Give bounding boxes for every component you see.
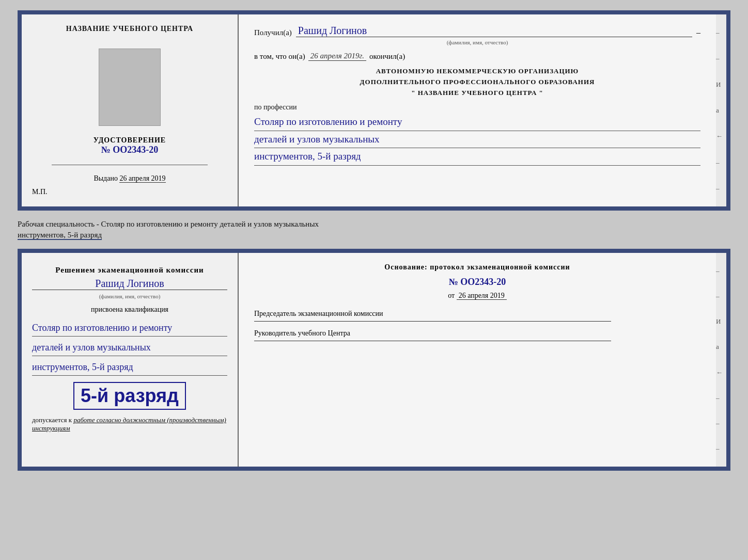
udostoverenie-number: № OO2343-20 bbox=[93, 145, 166, 155]
top-doc-right: Получил(а) Рашид Логинов – (фамилия, имя… bbox=[239, 14, 716, 206]
vydano-date: 26 апреля 2019 bbox=[119, 174, 165, 183]
profession-line2: деталей и узлов музыкальных bbox=[254, 131, 700, 149]
predsedatel-label: Председатель экзаменационной комиссии bbox=[254, 308, 700, 319]
okonchil-label: окончил(а) bbox=[369, 52, 405, 61]
top-document: НАЗВАНИЕ УЧЕБНОГО ЦЕНТРА УДОСТОВЕРЕНИЕ №… bbox=[18, 10, 730, 211]
bottom-profession-line1: Столяр по изготовлению и ремонту bbox=[32, 320, 227, 337]
bottom-profession-line2: деталей и узлов музыкальных bbox=[32, 340, 227, 356]
v-tom-line: в том, что он(а) 26 апреля 2019г. окончи… bbox=[254, 52, 700, 61]
between-text: Рабочая специальность - Столяр по изгото… bbox=[18, 220, 319, 228]
rukovoditel-label: Руководитель учебного Центра bbox=[254, 328, 700, 339]
vydano-block: Выдано 26 апреля 2019 bbox=[93, 174, 165, 183]
top-right-wrapper: Получил(а) Рашид Логинов – (фамилия, имя… bbox=[239, 14, 726, 206]
v-tom-date: 26 апреля 2019г. bbox=[308, 52, 366, 61]
org-line1: АВТОНОМНУЮ НЕКОММЕРЧЕСКУЮ ОРГАНИЗАЦИЮ bbox=[254, 66, 700, 77]
v-tom-label: в том, что он(а) bbox=[254, 52, 305, 61]
ot-date-block: от 26 апреля 2019 bbox=[254, 292, 700, 300]
dopuskaetsya-label: допускается к bbox=[32, 416, 72, 424]
bottom-profession-line3: инструментов, 5-й разряд bbox=[32, 359, 227, 376]
recipient-label: Получил(а) bbox=[254, 28, 292, 37]
predsedatel-line bbox=[254, 321, 611, 322]
razryad-big: 5-й разряд bbox=[73, 382, 186, 410]
bottom-doc-left: Решением экаменационной комиссии Рашид Л… bbox=[22, 253, 239, 467]
prisvoena-label: присвоена квалификация bbox=[91, 306, 168, 314]
bottom-fio-sub: (фамилия, имя, отчество) bbox=[99, 293, 161, 299]
right-side-dashes: – – И а ← – – bbox=[716, 14, 726, 206]
mp-block: М.П. bbox=[32, 188, 48, 196]
ot-label: от bbox=[448, 292, 455, 299]
bottom-right-side-dashes: – – И а ← – – – bbox=[716, 253, 726, 467]
bottom-name: Рашид Логинов bbox=[32, 278, 227, 290]
vydano-label: Выдано bbox=[93, 174, 118, 182]
profession-line3: инструментов, 5-й разряд bbox=[254, 148, 700, 166]
resheniem-label: Решением экаменационной комиссии bbox=[55, 266, 204, 275]
top-left-title: НАЗВАНИЕ УЧЕБНОГО ЦЕНТРА bbox=[66, 25, 193, 33]
fio-subtitle-top: (фамилия, имя, отчество) bbox=[254, 39, 700, 45]
rukovoditel-block: Руководитель учебного Центра bbox=[254, 328, 700, 341]
dash1: – bbox=[696, 28, 700, 37]
udostoverenie-block: УДОСТОВЕРЕНИЕ № OO2343-20 bbox=[93, 136, 166, 155]
between-text-underline: инструментов, 5-й разряд bbox=[18, 231, 102, 240]
bottom-right-wrapper: Основание: протокол экзаменационной коми… bbox=[239, 253, 726, 467]
profession-line1: Столяр по изготовлению и ремонту bbox=[254, 114, 700, 131]
dopuskaetsya-block: допускается к работе согласно должностны… bbox=[32, 416, 227, 433]
top-doc-left: НАЗВАНИЕ УЧЕБНОГО ЦЕНТРА УДОСТОВЕРЕНИЕ №… bbox=[22, 14, 239, 206]
bottom-document: Решением экаменационной комиссии Рашид Л… bbox=[18, 249, 730, 471]
between-label: Рабочая специальность - Столяр по изгото… bbox=[18, 216, 730, 244]
ot-date-value: 26 апреля 2019 bbox=[457, 292, 507, 300]
recipient-name: Рашид Логинов bbox=[296, 25, 692, 37]
protocol-number: № OO2343-20 bbox=[254, 277, 700, 287]
separator bbox=[52, 165, 208, 165]
photo-placeholder bbox=[99, 49, 161, 126]
org-line3: " НАЗВАНИЕ УЧЕБНОГО ЦЕНТРА " bbox=[254, 88, 700, 99]
udostoverenie-label: УДОСТОВЕРЕНИЕ bbox=[93, 136, 166, 145]
predsedatel-block: Председатель экзаменационной комиссии bbox=[254, 308, 700, 322]
org-block: АВТОНОМНУЮ НЕКОММЕРЧЕСКУЮ ОРГАНИЗАЦИЮ ДО… bbox=[254, 66, 700, 98]
po-professii-label: по профессии bbox=[254, 103, 700, 111]
rukovoditel-line bbox=[254, 341, 611, 341]
recipient-line: Получил(а) Рашид Логинов – bbox=[254, 25, 700, 37]
osnovanie-label: Основание: протокол экзаменационной коми… bbox=[254, 263, 700, 271]
bottom-doc-right: Основание: протокол экзаменационной коми… bbox=[239, 253, 716, 467]
org-line2: ДОПОЛНИТЕЛЬНОГО ПРОФЕССИОНАЛЬНОГО ОБРАЗО… bbox=[254, 77, 700, 88]
